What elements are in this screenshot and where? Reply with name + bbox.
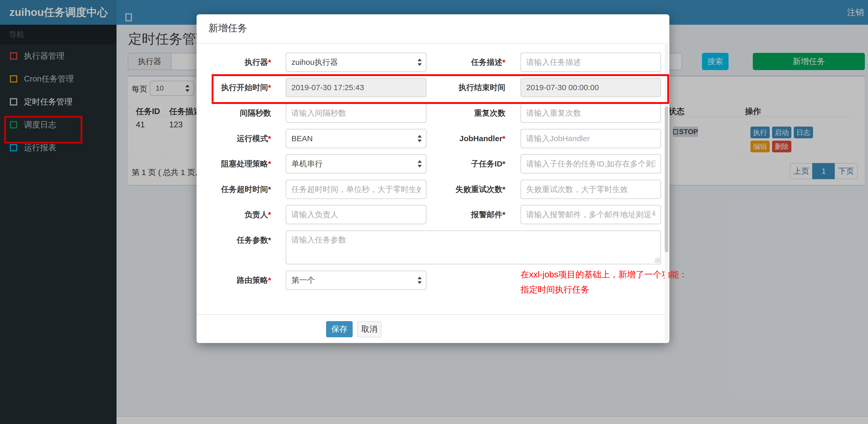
required-star: * xyxy=(502,210,505,219)
cancel-button[interactable]: 取消 xyxy=(357,321,382,337)
form-row-mode-handler: 运行模式* BEAN JobHandler* xyxy=(196,129,670,148)
task-params-label: 任务参数* xyxy=(207,230,271,250)
interval-label: 间隔秒数 xyxy=(207,103,271,123)
modal-header-divider xyxy=(196,43,670,43)
form-row-route: 路由策略* 第一个 在xxl-jobs项目的基础上，新增了一个功能： 指定时间执… xyxy=(196,271,670,290)
executor-select[interactable]: zuihou执行器 xyxy=(286,53,427,72)
select-arrows-icon xyxy=(417,58,422,66)
form-row-timeout-retry: 任务超时时间* 失败重试次数* xyxy=(196,180,670,199)
route-strategy-select-value: 第一个 xyxy=(291,276,315,284)
required-star: * xyxy=(268,134,271,143)
modal-scrollbar-thumb[interactable] xyxy=(665,106,668,252)
required-star: * xyxy=(502,58,505,66)
required-star: * xyxy=(268,159,271,168)
child-task-id-label: 子任务ID* xyxy=(441,154,505,173)
route-strategy-label: 路由策略* xyxy=(207,271,271,290)
modal-footer-divider xyxy=(196,314,670,315)
form-row-params: 任务参数* xyxy=(196,230,670,264)
repeat-input[interactable] xyxy=(521,103,661,123)
form-row-interval-repeat: 间隔秒数 重复次数 xyxy=(196,103,670,123)
interval-input[interactable] xyxy=(286,103,427,123)
timeout-input[interactable] xyxy=(286,180,427,199)
jobhandler-input[interactable] xyxy=(521,129,661,148)
run-mode-select[interactable]: BEAN xyxy=(286,129,427,148)
end-time-label: 执行结束时间 xyxy=(441,78,505,97)
form-row-executor-desc: 执行器* zuihou执行器 任务描述* xyxy=(196,53,670,72)
app-window: zuihou任务调度中心 注销 导航 执行器管理 Cron任务管理 定时任务管理… xyxy=(0,0,868,424)
required-star: * xyxy=(502,159,505,168)
form-row-owner-email: 负责人* 报警邮件* xyxy=(196,205,670,224)
textarea-resize-handle[interactable] xyxy=(655,258,660,263)
required-star: * xyxy=(268,210,271,219)
executor-label: 执行器* xyxy=(207,53,271,72)
timeout-label: 任务超时时间* xyxy=(207,180,271,199)
modal-scrollbar-track[interactable] xyxy=(665,44,668,341)
task-desc-label: 任务描述* xyxy=(441,53,505,72)
form-row-block-child: 阻塞处理策略* 单机串行 子任务ID* xyxy=(196,154,670,173)
route-strategy-select[interactable]: 第一个 xyxy=(286,271,427,290)
alarm-email-label: 报警邮件* xyxy=(441,205,505,224)
run-mode-label: 运行模式* xyxy=(207,129,271,148)
feature-note-line2: 指定时间执行任务 xyxy=(521,282,666,297)
owner-label: 负责人* xyxy=(207,205,271,224)
repeat-label: 重复次数 xyxy=(441,103,505,123)
jobhandler-label: JobHandler* xyxy=(441,129,505,148)
end-time-input[interactable] xyxy=(521,78,661,97)
task-params-textarea[interactable] xyxy=(286,230,661,264)
feature-note-line1: 在xxl-jobs项目的基础上，新增了一个功能： xyxy=(521,267,666,282)
task-desc-input[interactable] xyxy=(521,53,661,72)
owner-input[interactable] xyxy=(286,205,427,224)
form-row-start-end-time: 执行开始时间* 执行结束时间 xyxy=(196,78,670,97)
required-star: * xyxy=(268,83,271,92)
block-strategy-label: 阻塞处理策略* xyxy=(207,154,271,173)
required-star: * xyxy=(268,185,271,194)
required-star: * xyxy=(268,276,271,284)
retry-count-input[interactable] xyxy=(521,180,661,199)
required-star: * xyxy=(502,185,505,194)
modal-title: 新增任务 xyxy=(209,22,247,35)
block-strategy-select-value: 单机串行 xyxy=(291,159,323,168)
required-star: * xyxy=(268,58,271,66)
required-star: * xyxy=(268,236,271,244)
add-task-modal: 新增任务 执行器* zuihou执行器 任务描述* 执行开始时间* 执行结束时间… xyxy=(196,14,670,343)
start-time-label: 执行开始时间* xyxy=(207,78,271,97)
child-task-id-input[interactable] xyxy=(521,154,661,173)
required-star: * xyxy=(502,134,505,143)
retry-count-label: 失败重试次数* xyxy=(441,180,505,199)
executor-select-value: zuihou执行器 xyxy=(291,58,338,66)
start-time-input[interactable] xyxy=(286,78,427,97)
select-arrows-icon xyxy=(417,135,422,142)
select-arrows-icon xyxy=(417,160,422,168)
block-strategy-select[interactable]: 单机串行 xyxy=(286,154,427,173)
select-arrows-icon xyxy=(417,276,422,284)
run-mode-select-value: BEAN xyxy=(291,134,313,143)
save-button[interactable]: 保存 xyxy=(326,321,353,337)
alarm-email-input[interactable] xyxy=(521,205,661,224)
